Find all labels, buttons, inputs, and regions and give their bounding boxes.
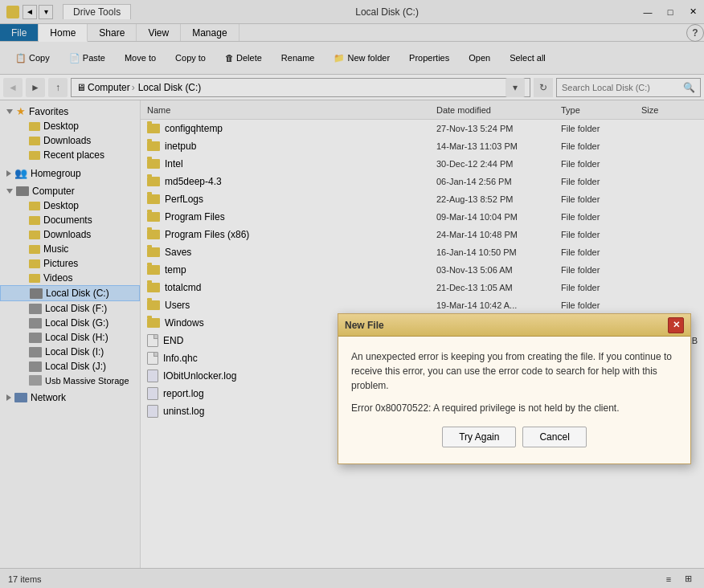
dialog-close-btn[interactable]: ✕ bbox=[668, 317, 684, 333]
dialog-overlay: New File ✕ An unexpected error is keepin… bbox=[0, 0, 704, 588]
dialog-title: New File bbox=[345, 320, 668, 331]
dialog-message: An unexpected error is keeping you from … bbox=[351, 349, 677, 393]
dialog-title-bar: New File ✕ bbox=[338, 314, 690, 337]
dialog-error-code: Error 0x80070522: A required privilege i… bbox=[351, 402, 677, 414]
new-file-dialog: New File ✕ An unexpected error is keepin… bbox=[338, 313, 691, 464]
dialog-body: An unexpected error is keeping you from … bbox=[338, 337, 690, 463]
dialog-buttons: Try Again Cancel bbox=[351, 427, 677, 451]
cancel-btn[interactable]: Cancel bbox=[522, 427, 586, 447]
try-again-btn[interactable]: Try Again bbox=[442, 427, 516, 447]
